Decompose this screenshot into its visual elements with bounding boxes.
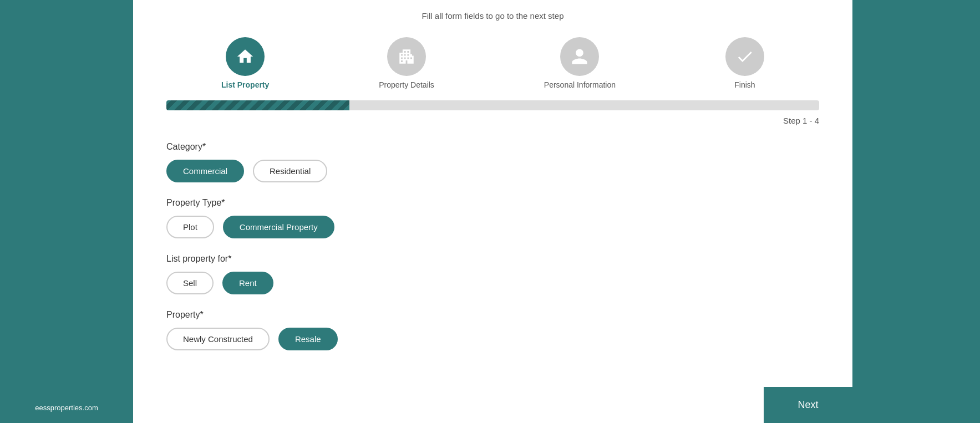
category-residential-btn[interactable]: Residential: [253, 160, 327, 182]
page-wrapper: eessproperties.com Fill all form fields …: [0, 0, 980, 423]
category-label: Category*: [166, 142, 819, 152]
step-circle-list-property: [226, 37, 265, 76]
step-indicator: Step 1 - 4: [166, 116, 819, 125]
step-label-personal-information: Personal Information: [544, 80, 616, 89]
step-circle-finish: [725, 37, 764, 76]
subtitle-text: Fill all form fields to go to the next s…: [166, 11, 819, 21]
category-section: Category* Commercial Residential: [166, 142, 819, 182]
step-finish: Finish: [725, 37, 764, 89]
property-resale-btn[interactable]: Resale: [278, 328, 338, 350]
list-for-label: List property for*: [166, 254, 819, 264]
property-type-label: Property Type*: [166, 198, 819, 208]
step-list-property: List Property: [221, 37, 269, 89]
check-icon: [735, 47, 754, 66]
list-for-sell-btn[interactable]: Sell: [166, 272, 214, 294]
property-condition-btn-group: Newly Constructed Resale: [166, 328, 819, 350]
list-for-section: List property for* Sell Rent: [166, 254, 819, 294]
step-personal-information: Personal Information: [544, 37, 616, 89]
person-icon: [570, 47, 589, 66]
sidebar-right: [852, 0, 980, 423]
sidebar-label: eessproperties.com: [0, 404, 133, 412]
sidebar-left: eessproperties.com: [0, 0, 133, 423]
progress-bar-fill: [166, 100, 349, 110]
home-icon: [236, 47, 255, 66]
step-property-details: Property Details: [379, 37, 434, 89]
property-type-btn-group: Plot Commercial Property: [166, 216, 819, 238]
next-btn-wrapper: Next: [764, 387, 852, 423]
category-commercial-btn[interactable]: Commercial: [166, 160, 244, 182]
property-type-commercial-btn[interactable]: Commercial Property: [223, 216, 334, 238]
step-label-list-property: List Property: [221, 80, 269, 89]
property-newly-constructed-btn[interactable]: Newly Constructed: [166, 328, 270, 350]
list-for-rent-btn[interactable]: Rent: [222, 272, 273, 294]
building-icon: [397, 47, 416, 66]
next-button[interactable]: Next: [764, 387, 852, 423]
main-content: Fill all form fields to go to the next s…: [133, 0, 852, 423]
step-label-property-details: Property Details: [379, 80, 434, 89]
property-type-section: Property Type* Plot Commercial Property: [166, 198, 819, 238]
property-condition-label: Property*: [166, 310, 819, 320]
property-condition-section: Property* Newly Constructed Resale: [166, 310, 819, 350]
category-btn-group: Commercial Residential: [166, 160, 819, 182]
steps-container: List Property Property Details: [166, 37, 819, 89]
step-label-finish: Finish: [734, 80, 755, 89]
list-for-btn-group: Sell Rent: [166, 272, 819, 294]
progress-bar: [166, 100, 819, 110]
step-circle-personal-information: [560, 37, 599, 76]
step-circle-property-details: [387, 37, 426, 76]
property-type-plot-btn[interactable]: Plot: [166, 216, 214, 238]
